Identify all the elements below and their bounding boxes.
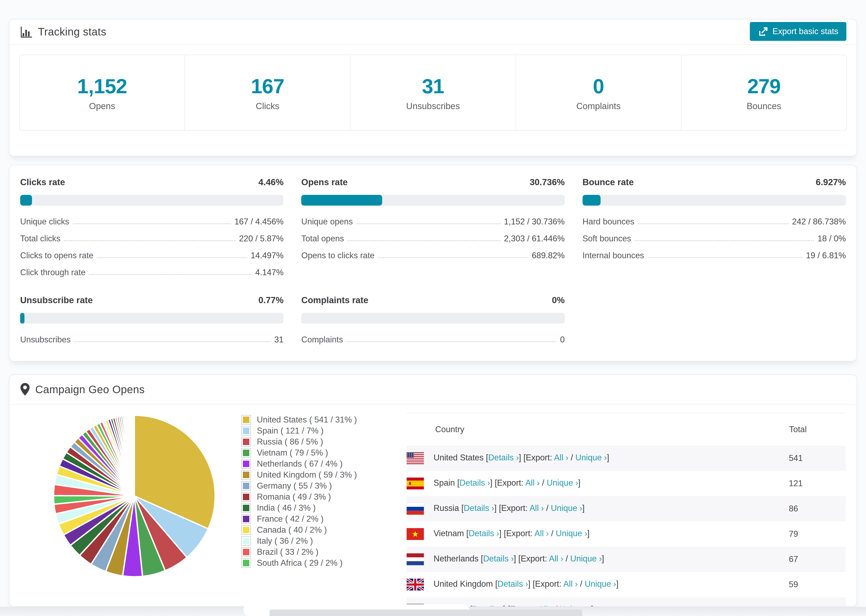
legend-swatch [241, 426, 251, 436]
details-link[interactable]: Details › [460, 478, 490, 487]
export-all-link[interactable]: All › [554, 453, 568, 462]
stat-row-value: 1,152 / 30.736% [504, 217, 565, 226]
rate-title: Complaints rate [301, 295, 368, 305]
stat-row: Clicks to opens rate 14.497% [20, 251, 283, 261]
rate-value: 30.736% [529, 177, 565, 187]
legend-item: Netherlands ( 67 / 4% ) [241, 458, 388, 469]
country-total: 59 [789, 572, 846, 597]
dotted-leader [89, 274, 252, 275]
rate-progress-bar [301, 313, 565, 324]
legend-label: Germany ( 55 / 3% ) [257, 481, 332, 491]
export-unique-link[interactable]: Unique › [556, 529, 587, 538]
stat-row-value: 167 / 4.456% [235, 217, 284, 226]
export-all-link[interactable]: All › [534, 529, 549, 538]
details-link[interactable]: Details › [488, 453, 519, 462]
bottom-gray-bar [269, 610, 582, 616]
dotted-leader [73, 223, 231, 224]
details-link[interactable]: Details › [472, 605, 503, 607]
stat-row: Click through rate 4.147% [20, 268, 283, 277]
export-all-link[interactable]: All › [563, 579, 578, 589]
rate-block: Opens rate 30.736% Unique opens 1,152 / … [301, 177, 565, 277]
summary-stat-label: Bounces [746, 101, 781, 111]
stat-row-value: 689.82% [532, 251, 565, 261]
export-unique-link[interactable]: Unique › [546, 478, 578, 487]
country-table-row: United Kingdom [Details ›] [Export: All … [407, 572, 846, 597]
country-total: 55 [789, 597, 846, 607]
flag-vn-icon [407, 528, 424, 540]
legend-label: United States ( 541 / 31% ) [257, 415, 357, 425]
stat-row: Hard bounces 242 / 86.738% [583, 217, 846, 226]
legend-swatch [241, 558, 251, 568]
country-column-header: Country [407, 413, 789, 446]
stat-row-label: Internal bounces [583, 251, 644, 261]
rate-block: Complaints rate 0% Complaints 0 [301, 295, 565, 344]
legend-swatch [241, 415, 251, 425]
rate-title: Opens rate [301, 177, 348, 187]
legend-item: Romania ( 49 / 3% ) [241, 491, 388, 502]
stat-row: Unsubscribes 31 [20, 335, 283, 344]
rate-title: Clicks rate [20, 177, 65, 187]
legend-swatch [241, 470, 251, 480]
legend-label: France ( 42 / 2% ) [257, 514, 324, 524]
summary-stat: 167 Clicks [185, 55, 350, 130]
legend-swatch [241, 437, 251, 447]
stat-row-label: Clicks to opens rate [20, 251, 93, 261]
flag-us-icon [407, 452, 424, 464]
dotted-leader [97, 257, 247, 258]
legend-label: Netherlands ( 67 / 4% ) [257, 459, 343, 469]
country-total: 79 [789, 522, 846, 547]
legend-item: Spain ( 121 / 7% ) [241, 425, 388, 436]
details-link[interactable]: Details › [483, 554, 514, 563]
dotted-leader [638, 223, 788, 224]
country-table-row: United States [Details ›] [Export: All ›… [407, 446, 846, 471]
export-button-label: Export basic stats [772, 27, 838, 36]
page-title: Tracking stats [38, 26, 106, 38]
dotted-leader [648, 257, 802, 258]
details-link[interactable]: Details › [464, 503, 494, 513]
export-unique-link[interactable]: Unique › [551, 503, 582, 513]
export-all-link[interactable]: All › [538, 605, 553, 607]
export-unique-link[interactable]: Unique › [570, 554, 601, 563]
dotted-leader [74, 341, 271, 342]
country-total: 86 [789, 496, 846, 522]
stat-row-value: 2,303 / 61.446% [504, 234, 565, 244]
rate-progress-bar [583, 195, 846, 206]
country-table-row: Russia [Details ›] [Export: All › / Uniq… [407, 496, 846, 522]
export-unique-link[interactable]: Unique › [560, 605, 591, 607]
dotted-leader [635, 240, 814, 241]
stat-row-value: 18 / 0% [817, 234, 846, 244]
legend-item: France ( 42 / 2% ) [241, 513, 388, 524]
country-table-row: Spain [Details ›] [Export: All › / Uniqu… [407, 471, 846, 496]
flag-nl-icon [407, 553, 424, 565]
summary-stat: 0 Complaints [516, 55, 682, 130]
rate-value: 0.77% [258, 295, 284, 305]
export-all-link[interactable]: All › [549, 554, 563, 563]
summary-stat-label: Opens [89, 101, 115, 111]
export-basic-stats-button[interactable]: Export basic stats [750, 22, 846, 41]
legend-label: India ( 46 / 3% ) [257, 503, 316, 513]
legend-label: Canada ( 40 / 2% ) [257, 525, 327, 535]
export-unique-link[interactable]: Unique › [585, 579, 616, 589]
legend-item: South Africa ( 29 / 2% ) [241, 558, 388, 569]
stat-row-value: 220 / 5.87% [239, 234, 283, 244]
summary-stat-value: 167 [251, 74, 284, 98]
legend-swatch [241, 525, 251, 535]
rate-block: Bounce rate 6.927% Hard bounces 242 / 86… [583, 177, 846, 277]
rate-value: 4.46% [258, 177, 284, 187]
stat-row-label: Click through rate [20, 268, 85, 277]
map-pin-icon [20, 383, 30, 396]
tracking-stats-header: Tracking stats Export basic stats [9, 19, 857, 45]
rate-progress-bar [301, 195, 565, 206]
legend-label: Russia ( 86 / 5% ) [257, 437, 323, 447]
details-link[interactable]: Details › [498, 579, 528, 589]
country-name: United Kingdom [433, 579, 493, 589]
details-link[interactable]: Details › [469, 529, 499, 538]
legend-label: Romania ( 49 / 3% ) [257, 492, 331, 502]
stat-row-value: 19 / 6.81% [806, 251, 846, 261]
export-all-link[interactable]: All › [529, 503, 544, 513]
export-unique-link[interactable]: Unique › [575, 453, 607, 462]
summary-stat-value: 31 [422, 74, 444, 98]
legend-label: Italy ( 36 / 2% ) [257, 536, 313, 546]
export-all-link[interactable]: All › [525, 478, 540, 487]
dotted-leader [347, 341, 556, 342]
